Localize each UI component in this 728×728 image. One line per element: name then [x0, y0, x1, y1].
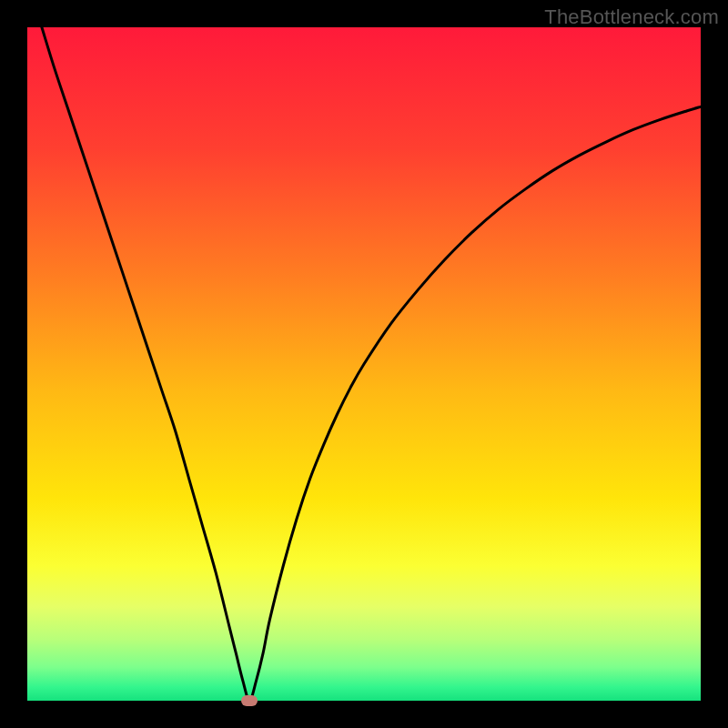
watermark-text: TheBottleneck.com	[544, 5, 719, 29]
plot-area	[27, 27, 701, 701]
optimal-marker	[241, 695, 258, 706]
bottleneck-curve	[27, 27, 701, 701]
chart-frame: TheBottleneck.com	[0, 0, 728, 728]
